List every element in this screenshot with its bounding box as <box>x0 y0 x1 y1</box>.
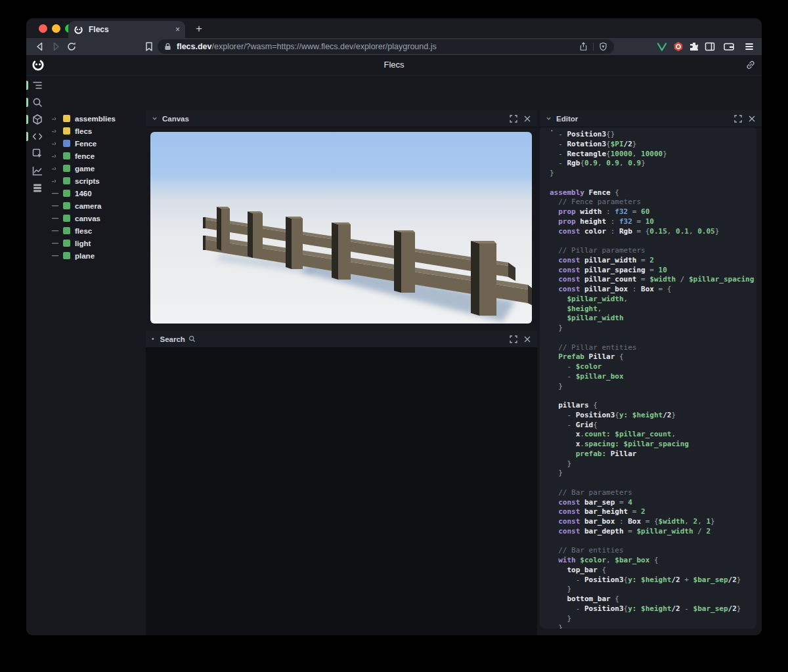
sidebar-toggle-inspect[interactable] <box>26 148 49 159</box>
code-line: assembly Fence { <box>550 188 756 198</box>
leaf-dash-icon: — <box>52 227 63 234</box>
tree-item-game[interactable]: -›game <box>49 162 146 175</box>
canvas-panel-header[interactable]: Canvas <box>146 110 537 127</box>
code-line: } <box>550 459 756 469</box>
code-line: x.spacing: $pillar_spacing <box>550 440 756 450</box>
expand-chevron-icon[interactable]: -› <box>52 165 63 172</box>
tree-item-canvas[interactable]: —canvas <box>49 212 146 224</box>
page-title: Flecs <box>26 55 762 75</box>
code-line: bottom_bar { <box>550 595 756 604</box>
tree-item-flesc[interactable]: —flesc <box>49 224 146 237</box>
close-window-button[interactable] <box>39 24 47 33</box>
canvas-3d-view[interactable] <box>150 132 532 324</box>
forward-icon[interactable] <box>50 41 62 52</box>
expand-chevron-icon[interactable]: -› <box>52 152 63 159</box>
code-line: top_bar { <box>550 566 756 576</box>
extensions-puzzle-icon[interactable] <box>688 41 700 52</box>
tree-item-fence[interactable]: -›fence <box>49 150 146 162</box>
wallet-icon[interactable] <box>723 41 735 52</box>
code-line: } <box>550 324 756 333</box>
expand-chevron-icon[interactable]: -› <box>52 140 63 147</box>
brave-shield-icon[interactable] <box>599 42 607 51</box>
sidebar-toggle-entity-tree[interactable] <box>26 79 49 91</box>
expand-icon[interactable] <box>510 335 517 343</box>
sidebar-toggle-code-editor[interactable] <box>26 131 49 142</box>
sidebar-toggle-stats-chart[interactable] <box>26 165 49 177</box>
menu-icon[interactable] <box>743 41 755 52</box>
leaf-dash-icon: — <box>52 252 63 259</box>
code-line <box>550 333 756 343</box>
extension-red-icon[interactable] <box>672 41 684 52</box>
panel-dot-icon: • <box>152 335 154 343</box>
tree-item-camera[interactable]: —camera <box>49 200 146 212</box>
editor-panel-header[interactable]: Editor <box>540 110 762 127</box>
expand-icon[interactable] <box>734 115 742 123</box>
leaf-dash-icon: — <box>52 202 63 209</box>
code-line: - Rgb{0.9, 0.9, 0.9} <box>550 159 756 169</box>
code-line: - Position3{y: $height/2} <box>550 411 756 421</box>
code-line: - Position3{y: $height/2 + $bar_sep/2} <box>550 576 756 585</box>
sidebar-toggle-icon[interactable] <box>704 41 716 52</box>
active-indicator <box>26 115 28 124</box>
code-line: } <box>550 469 756 478</box>
code-line: $pillar_width, <box>550 295 756 304</box>
search-panel-header[interactable]: • Search <box>146 331 537 348</box>
inspect-icon <box>32 148 43 159</box>
query-rows-icon <box>32 182 43 194</box>
expand-chevron-icon[interactable]: -› <box>52 127 63 135</box>
tree-item-plane[interactable]: —plane <box>49 249 146 262</box>
sidebar-toggle-search[interactable] <box>26 96 49 108</box>
tree-item-flecs[interactable]: -›flecs <box>49 125 146 137</box>
tree-item-label: fence <box>75 152 95 160</box>
close-icon[interactable] <box>748 115 756 123</box>
code-line: const pillar_spacing = 10 <box>550 266 756 276</box>
tree-item-label: canvas <box>75 215 100 222</box>
code-line <box>550 478 756 488</box>
new-tab-button[interactable]: + <box>192 22 206 36</box>
code-line: const pillar_box : Box = { <box>550 285 756 295</box>
back-icon[interactable] <box>34 41 46 52</box>
panel-icon-strip <box>26 75 49 635</box>
tree-item-1460[interactable]: —1460 <box>49 187 146 200</box>
sidebar-toggle-canvas-cube[interactable] <box>26 114 49 125</box>
browser-tab[interactable]: Flecs × <box>68 21 185 38</box>
code-line: with $color, $bar_box { <box>550 556 756 566</box>
canvas-panel: Canvas <box>146 110 537 349</box>
code-line: x.count: $pillar_count, <box>550 430 756 440</box>
close-tab-icon[interactable]: × <box>175 26 180 33</box>
close-icon[interactable] <box>523 115 531 123</box>
sidebar-toggle-query-rows[interactable] <box>26 182 49 194</box>
tree-item-label: flesc <box>75 227 92 235</box>
divider <box>593 43 594 51</box>
bookmark-icon[interactable] <box>143 41 155 52</box>
tree-item-Fence[interactable]: -›Fence <box>49 137 146 150</box>
stats-chart-icon <box>32 165 43 177</box>
code-line: - Rectangle{10000, 10000} <box>550 150 756 159</box>
code-line: } <box>550 585 756 595</box>
close-icon[interactable] <box>523 335 531 343</box>
expand-icon[interactable] <box>510 115 517 123</box>
expand-chevron-icon[interactable]: -› <box>52 177 63 184</box>
search-icon <box>32 96 43 108</box>
tree-item-assemblies[interactable]: -›assemblies <box>49 112 146 125</box>
share-icon[interactable] <box>579 42 588 51</box>
code-line: pillars { <box>550 401 756 411</box>
code-line: $height, <box>550 304 756 314</box>
search-panel-title: Search <box>160 335 185 343</box>
share-link-icon[interactable] <box>745 60 756 70</box>
code-line <box>550 391 756 401</box>
reload-icon[interactable] <box>66 41 77 52</box>
vue-devtools-icon[interactable] <box>656 41 668 52</box>
tree-item-light[interactable]: —light <box>49 237 146 249</box>
code-editor[interactable]: . - Position3{} - Rotation3{$PI/2} - Rec… <box>540 127 756 629</box>
minimize-window-button[interactable] <box>52 24 60 33</box>
tree-item-scripts[interactable]: -›scripts <box>49 175 146 187</box>
editor-panel-title: Editor <box>556 115 578 123</box>
url-bar[interactable]: flecs.dev/explorer/?wasm=https://www.fle… <box>158 39 614 54</box>
code-line: - Grid{ <box>550 421 756 430</box>
leaf-dash-icon: — <box>52 215 63 222</box>
leaf-dash-icon: — <box>52 240 63 247</box>
code-line: - Position3{y: $height/2 - $bar_sep/2} <box>550 604 756 614</box>
entity-color-square <box>63 152 70 159</box>
expand-chevron-icon[interactable]: -› <box>52 115 63 122</box>
